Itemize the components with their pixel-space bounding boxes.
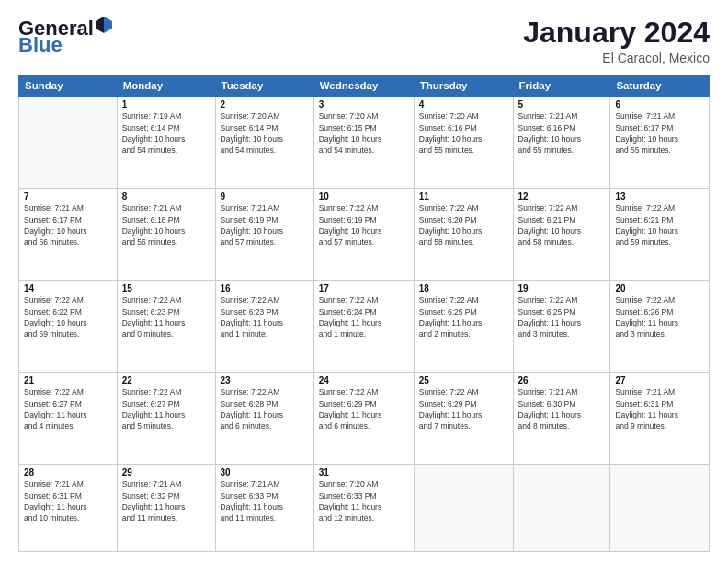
day-info: Sunrise: 7:20 AM Sunset: 6:15 PM Dayligh… (319, 110, 409, 155)
day-number: 3 (319, 99, 409, 109)
day-number: 13 (615, 191, 704, 201)
calendar-cell: 29Sunrise: 7:21 AM Sunset: 6:32 PM Dayli… (117, 465, 215, 552)
day-info: Sunrise: 7:21 AM Sunset: 6:31 PM Dayligh… (615, 386, 704, 431)
day-info: Sunrise: 7:22 AM Sunset: 6:29 PM Dayligh… (419, 386, 508, 431)
day-info: Sunrise: 7:21 AM Sunset: 6:16 PM Dayligh… (518, 110, 606, 155)
calendar-cell: 25Sunrise: 7:22 AM Sunset: 6:29 PM Dayli… (414, 373, 513, 465)
weekday-header-wednesday: Wednesday (313, 75, 414, 97)
day-info: Sunrise: 7:22 AM Sunset: 6:27 PM Dayligh… (122, 386, 210, 431)
calendar-page: General Blue January 2024 El Caracol, Me… (0, 0, 728, 563)
logo-flag-icon (96, 17, 112, 33)
calendar-cell: 17Sunrise: 7:22 AM Sunset: 6:24 PM Dayli… (313, 281, 414, 373)
day-info: Sunrise: 7:22 AM Sunset: 6:23 PM Dayligh… (122, 294, 210, 339)
day-info: Sunrise: 7:22 AM Sunset: 6:29 PM Dayligh… (319, 386, 409, 431)
day-number: 11 (419, 191, 508, 201)
day-number: 25 (419, 375, 508, 385)
calendar-cell: 2Sunrise: 7:20 AM Sunset: 6:14 PM Daylig… (215, 97, 313, 189)
day-info: Sunrise: 7:22 AM Sunset: 6:27 PM Dayligh… (24, 386, 112, 431)
calendar-cell: 10Sunrise: 7:22 AM Sunset: 6:19 PM Dayli… (313, 189, 414, 281)
day-info: Sunrise: 7:22 AM Sunset: 6:21 PM Dayligh… (518, 202, 606, 247)
calendar-cell: 3Sunrise: 7:20 AM Sunset: 6:15 PM Daylig… (313, 97, 414, 189)
day-number: 1 (122, 99, 210, 109)
day-number: 27 (615, 375, 704, 385)
weekday-header-row: SundayMondayTuesdayWednesdayThursdayFrid… (19, 75, 710, 97)
day-info: Sunrise: 7:21 AM Sunset: 6:33 PM Dayligh… (221, 478, 309, 523)
calendar-cell: 19Sunrise: 7:22 AM Sunset: 6:25 PM Dayli… (513, 281, 610, 373)
weekday-header-sunday: Sunday (19, 75, 118, 97)
calendar-cell: 27Sunrise: 7:21 AM Sunset: 6:31 PM Dayli… (610, 373, 710, 465)
calendar-cell: 9Sunrise: 7:21 AM Sunset: 6:19 PM Daylig… (215, 189, 313, 281)
day-number: 26 (518, 375, 606, 385)
day-info: Sunrise: 7:22 AM Sunset: 6:22 PM Dayligh… (24, 294, 112, 339)
calendar-cell: 14Sunrise: 7:22 AM Sunset: 6:22 PM Dayli… (19, 281, 118, 373)
calendar-cell: 13Sunrise: 7:22 AM Sunset: 6:21 PM Dayli… (610, 189, 710, 281)
calendar-cell: 7Sunrise: 7:21 AM Sunset: 6:17 PM Daylig… (19, 189, 118, 281)
calendar-week-row: 7Sunrise: 7:21 AM Sunset: 6:17 PM Daylig… (19, 189, 710, 281)
day-number: 20 (615, 283, 704, 293)
calendar-cell (19, 97, 118, 189)
weekday-header-thursday: Thursday (414, 75, 513, 97)
calendar-cell: 20Sunrise: 7:22 AM Sunset: 6:26 PM Dayli… (610, 281, 710, 373)
day-info: Sunrise: 7:22 AM Sunset: 6:23 PM Dayligh… (221, 294, 309, 339)
day-info: Sunrise: 7:21 AM Sunset: 6:19 PM Dayligh… (221, 202, 309, 247)
title-section: January 2024 El Caracol, Mexico (523, 17, 710, 65)
day-info: Sunrise: 7:22 AM Sunset: 6:28 PM Dayligh… (221, 386, 309, 431)
day-number: 19 (518, 283, 606, 293)
calendar-week-row: 1Sunrise: 7:19 AM Sunset: 6:14 PM Daylig… (19, 97, 710, 189)
day-number: 10 (319, 191, 409, 201)
month-title: January 2024 (523, 17, 710, 49)
day-number: 21 (24, 375, 112, 385)
weekday-header-saturday: Saturday (610, 75, 710, 97)
day-number: 22 (122, 375, 210, 385)
calendar-week-row: 14Sunrise: 7:22 AM Sunset: 6:22 PM Dayli… (19, 281, 710, 373)
calendar-cell: 22Sunrise: 7:22 AM Sunset: 6:27 PM Dayli… (117, 373, 215, 465)
calendar-cell: 15Sunrise: 7:22 AM Sunset: 6:23 PM Dayli… (117, 281, 215, 373)
day-info: Sunrise: 7:19 AM Sunset: 6:14 PM Dayligh… (122, 110, 210, 155)
day-number: 12 (518, 191, 606, 201)
calendar-cell: 8Sunrise: 7:21 AM Sunset: 6:18 PM Daylig… (117, 189, 215, 281)
calendar-cell: 12Sunrise: 7:22 AM Sunset: 6:21 PM Dayli… (513, 189, 610, 281)
day-info: Sunrise: 7:21 AM Sunset: 6:17 PM Dayligh… (615, 110, 704, 155)
calendar-cell: 1Sunrise: 7:19 AM Sunset: 6:14 PM Daylig… (117, 97, 215, 189)
day-number: 2 (221, 99, 309, 109)
day-number: 9 (221, 191, 309, 201)
calendar-cell: 11Sunrise: 7:22 AM Sunset: 6:20 PM Dayli… (414, 189, 513, 281)
calendar-cell: 28Sunrise: 7:21 AM Sunset: 6:31 PM Dayli… (19, 465, 118, 552)
day-info: Sunrise: 7:22 AM Sunset: 6:24 PM Dayligh… (319, 294, 409, 339)
day-number: 23 (221, 375, 309, 385)
day-info: Sunrise: 7:20 AM Sunset: 6:16 PM Dayligh… (419, 110, 508, 155)
day-number: 30 (221, 467, 309, 477)
calendar-cell: 4Sunrise: 7:20 AM Sunset: 6:16 PM Daylig… (414, 97, 513, 189)
calendar-week-row: 21Sunrise: 7:22 AM Sunset: 6:27 PM Dayli… (19, 373, 710, 465)
logo: General Blue (18, 17, 112, 57)
day-info: Sunrise: 7:21 AM Sunset: 6:17 PM Dayligh… (24, 202, 112, 247)
day-info: Sunrise: 7:20 AM Sunset: 6:14 PM Dayligh… (221, 110, 309, 155)
day-number: 17 (319, 283, 409, 293)
day-number: 4 (419, 99, 508, 109)
day-number: 28 (24, 467, 112, 477)
calendar-cell: 23Sunrise: 7:22 AM Sunset: 6:28 PM Dayli… (215, 373, 313, 465)
day-info: Sunrise: 7:22 AM Sunset: 6:25 PM Dayligh… (419, 294, 508, 339)
day-info: Sunrise: 7:21 AM Sunset: 6:32 PM Dayligh… (122, 478, 210, 523)
weekday-header-tuesday: Tuesday (215, 75, 313, 97)
weekday-header-friday: Friday (513, 75, 610, 97)
weekday-header-monday: Monday (117, 75, 215, 97)
location-text: El Caracol, Mexico (523, 51, 710, 65)
day-number: 15 (122, 283, 210, 293)
day-number: 16 (221, 283, 309, 293)
calendar-cell: 16Sunrise: 7:22 AM Sunset: 6:23 PM Dayli… (215, 281, 313, 373)
calendar-cell: 21Sunrise: 7:22 AM Sunset: 6:27 PM Dayli… (19, 373, 118, 465)
day-info: Sunrise: 7:22 AM Sunset: 6:19 PM Dayligh… (319, 202, 409, 247)
day-info: Sunrise: 7:21 AM Sunset: 6:30 PM Dayligh… (518, 386, 606, 431)
calendar-cell (414, 465, 513, 552)
day-info: Sunrise: 7:22 AM Sunset: 6:21 PM Dayligh… (615, 202, 704, 247)
day-info: Sunrise: 7:21 AM Sunset: 6:31 PM Dayligh… (24, 478, 112, 523)
calendar-cell: 30Sunrise: 7:21 AM Sunset: 6:33 PM Dayli… (215, 465, 313, 552)
calendar-table: SundayMondayTuesdayWednesdayThursdayFrid… (18, 75, 710, 552)
day-info: Sunrise: 7:22 AM Sunset: 6:26 PM Dayligh… (615, 294, 704, 339)
day-number: 24 (319, 375, 409, 385)
calendar-cell: 26Sunrise: 7:21 AM Sunset: 6:30 PM Dayli… (513, 373, 610, 465)
day-number: 18 (419, 283, 508, 293)
svg-marker-1 (96, 17, 104, 33)
day-number: 8 (122, 191, 210, 201)
